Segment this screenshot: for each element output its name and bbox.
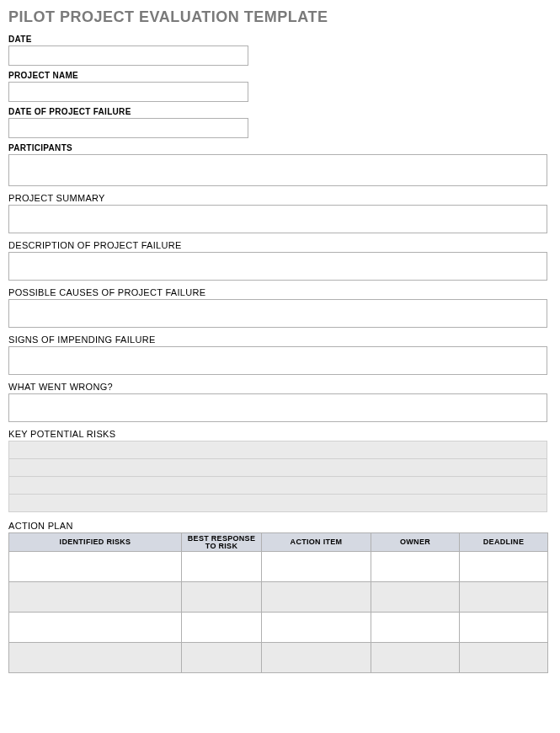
date-label: DATE	[8, 35, 552, 44]
action-plan-table: IDENTIFIED RISKS BEST RESPONSE TO RISK A…	[8, 532, 548, 673]
cell-best-response[interactable]	[182, 613, 262, 643]
project-summary-group: PROJECT SUMMARY	[8, 193, 552, 233]
action-plan-header-row: IDENTIFIED RISKS BEST RESPONSE TO RISK A…	[9, 533, 548, 552]
project-summary-input[interactable]	[8, 205, 547, 233]
cell-owner[interactable]	[371, 582, 460, 613]
cell-best-response[interactable]	[182, 582, 262, 613]
participants-label: PARTICIPANTS	[8, 143, 552, 152]
page-title: PILOT PROJECT EVALUATION TEMPLATE	[8, 8, 552, 26]
project-name-label: PROJECT NAME	[8, 71, 552, 80]
cell-owner[interactable]	[371, 552, 460, 582]
risk-row[interactable]	[9, 441, 547, 459]
date-input[interactable]	[8, 45, 248, 66]
key-potential-risks-table	[8, 441, 547, 512]
header-deadline: DEADLINE	[460, 533, 548, 552]
cell-deadline[interactable]	[460, 613, 548, 643]
header-owner: OWNER	[371, 533, 460, 552]
description-failure-group: DESCRIPTION OF PROJECT FAILURE	[8, 240, 552, 281]
what-went-wrong-label: WHAT WENT WRONG?	[8, 382, 552, 392]
cell-action-item[interactable]	[262, 643, 371, 673]
header-best-response: BEST RESPONSE TO RISK	[182, 533, 262, 552]
date-of-failure-label: DATE OF PROJECT FAILURE	[8, 107, 552, 116]
description-failure-input[interactable]	[8, 252, 547, 281]
project-summary-label: PROJECT SUMMARY	[8, 193, 552, 203]
key-potential-risks-group: KEY POTENTIAL RISKS	[8, 429, 552, 512]
risk-row[interactable]	[9, 459, 547, 477]
cell-deadline[interactable]	[460, 643, 548, 673]
date-group: DATE	[8, 35, 552, 66]
cell-best-response[interactable]	[182, 552, 262, 582]
cell-action-item[interactable]	[262, 582, 371, 613]
action-plan-row	[9, 613, 548, 643]
participants-input[interactable]	[8, 154, 547, 186]
cell-identified-risks[interactable]	[9, 552, 182, 582]
participants-group: PARTICIPANTS	[8, 143, 552, 186]
action-plan-group: ACTION PLAN IDENTIFIED RISKS BEST RESPON…	[8, 521, 552, 673]
risk-row[interactable]	[9, 477, 547, 495]
signs-impending-label: SIGNS OF IMPENDING FAILURE	[8, 334, 552, 345]
cell-deadline[interactable]	[460, 582, 548, 613]
cell-deadline[interactable]	[460, 552, 548, 582]
what-went-wrong-input[interactable]	[8, 393, 547, 422]
action-plan-row	[9, 552, 548, 582]
project-name-group: PROJECT NAME	[8, 71, 552, 102]
date-of-failure-input[interactable]	[8, 118, 248, 138]
signs-impending-group: SIGNS OF IMPENDING FAILURE	[8, 334, 552, 375]
cell-action-item[interactable]	[262, 613, 371, 643]
action-plan-row	[9, 582, 548, 613]
what-went-wrong-group: WHAT WENT WRONG?	[8, 382, 552, 422]
header-identified-risks: IDENTIFIED RISKS	[9, 533, 182, 552]
cell-best-response[interactable]	[182, 643, 262, 673]
possible-causes-group: POSSIBLE CAUSES OF PROJECT FAILURE	[8, 287, 552, 328]
possible-causes-label: POSSIBLE CAUSES OF PROJECT FAILURE	[8, 287, 552, 297]
cell-identified-risks[interactable]	[9, 582, 182, 613]
cell-identified-risks[interactable]	[9, 613, 182, 643]
cell-owner[interactable]	[371, 613, 460, 643]
possible-causes-input[interactable]	[8, 299, 547, 328]
action-plan-label: ACTION PLAN	[8, 521, 552, 531]
action-plan-row	[9, 643, 548, 673]
signs-impending-input[interactable]	[8, 346, 547, 375]
project-name-input[interactable]	[8, 82, 248, 102]
cell-identified-risks[interactable]	[9, 643, 182, 673]
date-of-failure-group: DATE OF PROJECT FAILURE	[8, 107, 552, 138]
description-failure-label: DESCRIPTION OF PROJECT FAILURE	[8, 240, 552, 250]
risk-row[interactable]	[9, 495, 547, 512]
cell-owner[interactable]	[371, 643, 460, 673]
cell-action-item[interactable]	[262, 552, 371, 582]
key-potential-risks-label: KEY POTENTIAL RISKS	[8, 429, 552, 439]
header-action-item: ACTION ITEM	[262, 533, 371, 552]
